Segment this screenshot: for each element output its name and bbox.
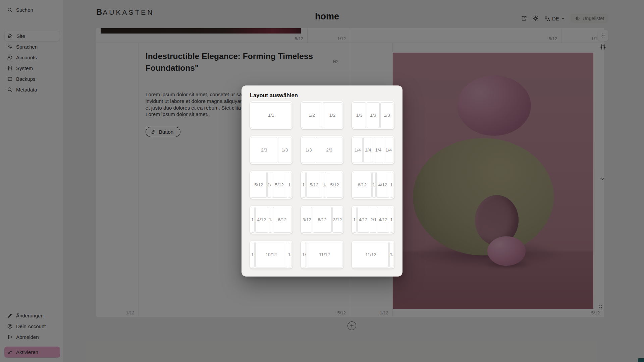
layout-segment: 1/3 <box>278 137 291 163</box>
layout-segment: 1/12 <box>302 242 306 267</box>
layout-option-1_3+1_3+1_3[interactable]: 1/31/31/3 <box>352 101 394 129</box>
layout-segment: 6/12 <box>273 207 292 233</box>
layout-segment: 1/12 <box>251 207 255 233</box>
layout-option-1_12+11_12[interactable]: 1/1211/12 <box>301 241 343 268</box>
layout-picker-modal: Layout auswählen 1/11/21/21/31/31/32/31/… <box>241 85 402 277</box>
layout-segment: 1/4 <box>363 137 373 163</box>
layout-segment: 1/12 <box>302 172 306 198</box>
layout-option-3_12+6_12+3_12[interactable]: 3/126/123/12 <box>301 206 343 234</box>
layout-segment: 1/2 <box>323 102 343 128</box>
layout-segment: 1/12 <box>288 172 291 198</box>
layout-segment: 3/12 <box>332 207 342 233</box>
layout-option-1_12+4_12+2_12+4_12+1_12[interactable]: 1/124/122/124/121/12 <box>352 206 394 234</box>
layout-segment: 2/12 <box>370 207 376 233</box>
layout-option-1_12+10_12+1_12[interactable]: 1/1210/121/12 <box>250 241 292 268</box>
layout-option-1_1[interactable]: 1/1 <box>250 101 292 129</box>
layout-segment: 1/12 <box>288 242 291 267</box>
layout-option-2_3+1_3[interactable]: 2/31/3 <box>250 136 292 164</box>
layout-segment: 3/12 <box>302 207 312 233</box>
layout-segment: 4/12 <box>255 207 268 233</box>
layout-segment: 1/3 <box>380 102 393 128</box>
layout-segment: 1/4 <box>374 137 383 163</box>
layout-segment: 1/3 <box>367 102 380 128</box>
layout-segment: 1/3 <box>302 137 315 163</box>
layout-segment: 11/12 <box>353 242 389 267</box>
layout-segment: 1/12 <box>353 207 357 233</box>
layout-option-6_12+1_12+4_12+1_12[interactable]: 6/121/124/121/12 <box>352 171 394 199</box>
layout-option-11_12+1_12[interactable]: 11/121/12 <box>352 241 394 268</box>
layout-segment: 4/12 <box>377 207 389 233</box>
corner-badge <box>638 358 644 362</box>
layout-option-1_12+4_12+1_12+6_12[interactable]: 1/124/121/126/12 <box>250 206 292 234</box>
layout-segment: 1/12 <box>390 207 393 233</box>
layout-segment: 1/2 <box>302 102 322 128</box>
layout-segment: 1/12 <box>323 172 326 198</box>
layout-segment: 4/12 <box>357 207 369 233</box>
layout-segment: 5/12 <box>251 172 267 198</box>
layout-segment: 5/12 <box>327 172 342 198</box>
layout-segment: 4/12 <box>376 172 389 198</box>
layout-segment: 6/12 <box>353 172 372 198</box>
layout-option-5_12+1_12+5_12+1_12[interactable]: 5/121/125/121/12 <box>250 171 292 199</box>
modal-title: Layout auswählen <box>250 92 298 99</box>
layout-option-1_3+2_3[interactable]: 1/32/3 <box>301 136 343 164</box>
layout-segment: 1/3 <box>353 102 366 128</box>
layout-segment: 1/12 <box>267 172 271 198</box>
layout-segment: 2/3 <box>316 137 342 163</box>
layout-segment: 1/12 <box>251 242 255 267</box>
layout-segment: 1/12 <box>372 172 376 198</box>
layout-segment: 1/12 <box>390 172 393 198</box>
layout-segment: 10/12 <box>255 242 287 267</box>
layout-segment: 5/12 <box>306 172 322 198</box>
layout-segment: 5/12 <box>272 172 287 198</box>
layout-option-1_4+1_4+1_4+1_4[interactable]: 1/41/41/41/4 <box>352 136 394 164</box>
layout-segment: 1/4 <box>384 137 393 163</box>
layout-segment: 11/12 <box>307 242 342 267</box>
layout-segment: 2/3 <box>251 137 277 163</box>
layout-segment: 1/4 <box>353 137 363 163</box>
layout-option-1_12+5_12+1_12+5_12[interactable]: 1/125/121/125/12 <box>301 171 343 199</box>
layout-segment: 1/12 <box>389 242 393 267</box>
layout-options-grid: 1/11/21/21/31/31/32/31/31/32/31/41/41/41… <box>250 101 394 268</box>
layout-segment: 1/1 <box>251 102 291 128</box>
layout-segment: 1/12 <box>269 207 272 233</box>
layout-segment: 6/12 <box>313 207 332 233</box>
layout-option-1_2+1_2[interactable]: 1/21/2 <box>301 101 343 129</box>
